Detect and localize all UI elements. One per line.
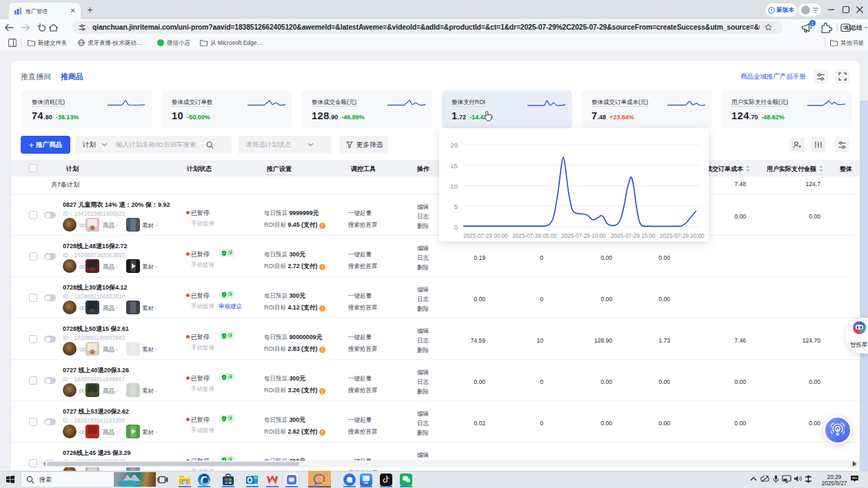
svg-text:20: 20 [450,141,458,149]
svg-text:0: 0 [454,223,458,231]
svg-text:5: 5 [454,203,458,210]
svg-text:2025-07-29 20:00: 2025-07-29 20:00 [660,233,705,239]
svg-text:15: 15 [450,162,458,170]
svg-text:2025-07-29 10:00: 2025-07-29 10:00 [561,233,606,239]
svg-text:10: 10 [450,183,458,190]
svg-text:2025-07-29 05:00: 2025-07-29 05:00 [512,233,557,239]
svg-text:2025-07-29 00:00: 2025-07-29 00:00 [463,233,508,239]
svg-text:2025-07-29 15:00: 2025-07-29 15:00 [611,233,656,239]
